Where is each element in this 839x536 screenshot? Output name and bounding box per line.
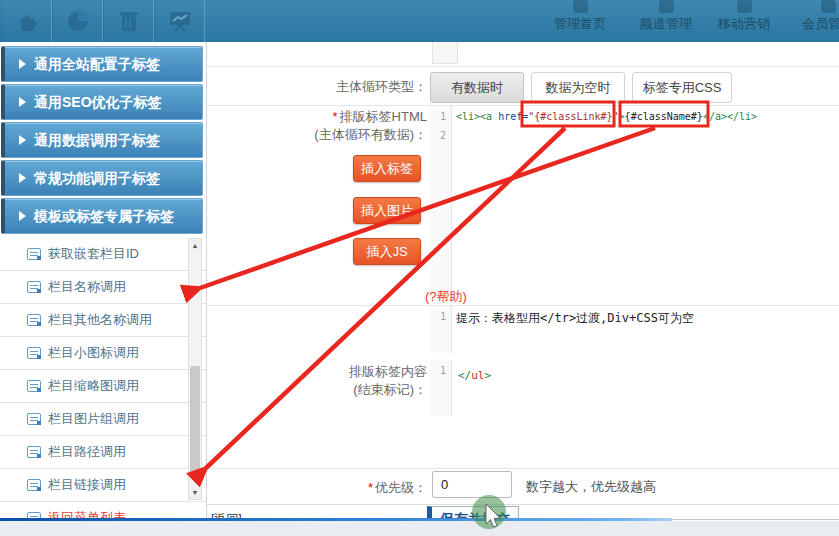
sidebar-item-column-name[interactable]: 栏目名称调用 [0,271,206,304]
mobile-marketing-icon [737,0,752,13]
priority-input[interactable] [432,471,512,498]
top-navigation-bar: 管理首页 频道管理 移动营销 会员管理 [0,0,839,42]
item-label: 栏目链接调用 [48,477,126,492]
insert-image-button[interactable]: 插入图片 [353,197,421,224]
sidebar-item-column-path[interactable]: 栏目路径调用 [0,436,206,469]
code-token: </a></li> [703,111,757,122]
html-code-editor[interactable]: <li><a href="{#classLink#}">{#className#… [456,109,757,125]
row-divider [206,468,839,469]
line-number: 1 [430,360,451,379]
sidebar-item-column-link[interactable]: 栏目链接调用 [0,469,206,502]
insert-js-button[interactable]: 插入JS [353,238,421,265]
group-label: 常规功能调用子标签 [34,170,160,186]
code-token: </ [458,369,471,382]
group-label: 通用SEO优化子标签 [34,94,162,110]
nav-label: 频道管理 [635,15,697,33]
page-icon [27,347,41,359]
row-divider [206,305,839,306]
sidebar-item-column-other-name[interactable]: 栏目其他名称调用 [0,304,206,337]
sidebar-item-column-thumbnail[interactable]: 栏目缩略图调用 [0,370,206,403]
item-label: 栏目小图标调用 [48,345,139,360]
row-divider [206,105,839,106]
code-token-classlink: "{#classLink#}" [528,111,618,122]
bottom-strip [0,521,839,536]
toolbar-tile-report[interactable] [154,0,205,42]
nav-item-member[interactable]: 会员管理 [797,0,839,42]
line-number: 2 [430,125,451,144]
line-number: 1 [430,306,451,325]
label-text: 排版标签HTML [340,109,427,124]
page-icon [27,413,41,425]
required-asterisk: * [368,480,373,495]
sidebar-item-nested-column-id[interactable]: 获取嵌套栏目ID [0,238,206,271]
label-text: (结束标记)： [353,382,427,397]
end-tag-editor[interactable]: </ul> [458,368,491,384]
row-divider [206,66,839,67]
channel-icon [659,0,674,13]
page-icon [27,281,41,293]
page-icon [27,380,41,392]
sidebar-group-seo[interactable]: 通用SEO优化子标签 [1,84,203,120]
priority-hint: 数字越大，优先级越高 [526,478,656,496]
item-label: 栏目路径调用 [48,444,126,459]
bottom-blue-line [0,518,672,521]
expand-arrow-icon [19,97,26,107]
loop-type-label: 主体循环类型： [210,78,427,96]
code-token: <li><a [456,111,498,122]
tab-css[interactable]: 标签专用CSS [632,72,732,103]
toolbar-tile-stats[interactable] [52,0,103,42]
page-icon [27,479,41,491]
page-icon [27,446,41,458]
item-label: 栏目图片组调用 [48,411,139,426]
label-text: (主体循环有数据)： [314,127,427,142]
end-tag-label: 排版标签内容 (结束标记)： [210,363,427,399]
sidebar-group-site-config[interactable]: 通用全站配置子标签 [1,46,203,82]
insert-tag-button[interactable]: 插入标签 [353,155,421,182]
expand-arrow-icon [19,173,26,183]
scroll-down-icon[interactable]: ▼ [189,486,201,499]
nav-label: 移动营销 [713,15,775,33]
group-label: 通用全站配置子标签 [34,56,160,72]
tab-has-data[interactable]: 有数据时 [430,72,524,103]
chart-board-icon [167,9,193,33]
sidebar-group-function[interactable]: 常规功能调用子标签 [1,160,203,196]
expand-arrow-icon [19,59,26,69]
sidebar-item-column-small-icon[interactable]: 栏目小图标调用 [0,337,206,370]
line-number: 1 [430,106,451,125]
tab-empty-data[interactable]: 数据为空时 [531,72,625,103]
toolbar-tile-delete[interactable] [103,0,154,42]
expand-arrow-icon [19,135,26,145]
nav-item-mobile[interactable]: 移动营销 [713,0,775,42]
admin-home-icon [573,0,588,13]
pie-chart-icon [65,8,91,34]
required-asterisk: * [333,109,338,124]
priority-label: *优先级： [210,479,427,497]
sidebar-group-template-tags[interactable]: 模板或标签专属子标签 [1,198,203,234]
code-gutter: 1 2 [430,106,452,304]
page-icon [27,248,41,260]
html-field-label: *排版标签HTML (主体循环有数据)： [210,108,427,144]
scrollbar-thumb[interactable] [190,366,200,478]
label-text: 优先级： [375,480,427,495]
cutoff-editor-gutter [432,42,458,64]
code-gutter: 1 [430,360,452,416]
toolbar-tile-puzzle[interactable] [1,0,52,42]
code-token: ul [471,369,484,382]
sidebar-group-data-call[interactable]: 通用数据调用子标签 [1,122,203,158]
empty-data-hint-editor[interactable]: 提示：表格型用</tr>过渡,Div+CSS可为空 [456,310,694,326]
sidebar-scrollbar[interactable]: ▲ ▼ [188,238,202,500]
group-label: 模板或标签专属子标签 [34,208,174,224]
item-label: 栏目名称调用 [48,279,126,294]
nav-item-admin-home[interactable]: 管理首页 [549,0,611,42]
tag-editor-window: 管理首页 频道管理 移动营销 会员管理 通用全站配置子标签 通用SEO优化子标签… [0,0,839,536]
help-link[interactable]: (?帮助) [425,288,467,306]
sidebar-item-column-image-group[interactable]: 栏目图片组调用 [0,403,206,436]
item-label: 获取嵌套栏目ID [48,246,139,261]
scroll-up-icon[interactable]: ▲ [189,239,201,252]
page-icon [27,314,41,326]
group-label: 通用数据调用子标签 [34,132,160,148]
expand-arrow-icon [19,211,26,221]
toolbar-icon-group [1,0,205,42]
code-token-classname: {#className#} [625,111,703,122]
nav-item-channel[interactable]: 频道管理 [635,0,697,42]
